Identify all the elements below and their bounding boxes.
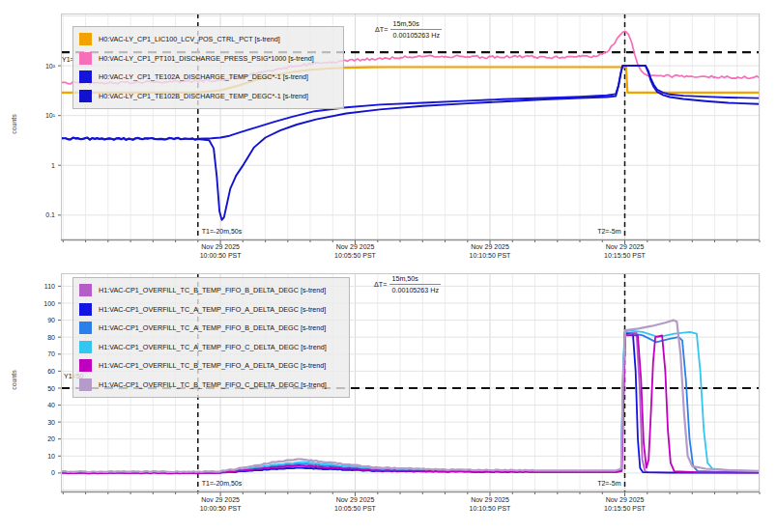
y-axis-title: counts	[11, 370, 17, 390]
legend-label: H1:VAC-CP1_OVERFILL_TC_B_TEMP_FIFO_B_DEL…	[99, 286, 326, 294]
delta-t-frequency: 0.00105263 Hz	[390, 30, 442, 40]
y-tick-label: 100	[2, 299, 55, 308]
t2-cursor-label[interactable]: T2=-5m	[563, 228, 621, 235]
y-tick-label: 20	[2, 434, 55, 443]
legend-item[interactable]: H1:VAC-CP1_OVERFILL_TC_A_TEMP_FIFO_B_DEL…	[79, 319, 343, 338]
legend-item[interactable]: H0:VAC-LY_CP1_TE102B_DISCHARGE_TEMP_DEGC…	[79, 87, 337, 106]
legend-swatch	[79, 90, 92, 102]
x-tick-label: Nov 29 2025 10:00:50 PST	[177, 496, 264, 513]
legend-label: H0:VAC-LY_CP1_LIC100_LCV_POS_CTRL_PCT [s…	[99, 35, 280, 43]
delta-t-annotation: ΔT= 15m,50s 0.00105263 Hz	[374, 274, 441, 294]
legend-swatch	[79, 303, 92, 316]
x-tick-label: Nov 29 2025 10:10:50 PST	[446, 496, 533, 513]
legend-swatch	[79, 341, 92, 353]
t1-cursor-label[interactable]: T1=-20m,50s	[202, 480, 242, 487]
legend-label: H1:VAC-CP1_OVERFILL_TC_B_TEMP_FIFO_C_DEL…	[99, 380, 327, 389]
legend-label: H0:VAC-LY_CP1_TE102A_DISCHARGE_TEMP_DEGC…	[99, 72, 308, 81]
legend-item[interactable]: H1:VAC-CP1_OVERFILL_TC_B_TEMP_FIFO_B_DEL…	[79, 281, 343, 300]
y-tick-label: 110	[2, 282, 55, 291]
legend-item[interactable]: H0:VAC-LY_CP1_LIC100_LCV_POS_CTRL_PCT [s…	[79, 30, 337, 49]
y-tick-label: 90	[2, 316, 55, 324]
legend-item[interactable]: H1:VAC-CP1_OVERFILL_TC_A_TEMP_FIFO_C_DEL…	[79, 338, 343, 357]
legend-item[interactable]: H1:VAC-CP1_OVERFILL_TC_A_TEMP_FIFO_A_DEL…	[79, 300, 343, 320]
legend-box[interactable]: H0:VAC-LY_CP1_LIC100_LCV_POS_CTRL_PCT [s…	[72, 26, 344, 109]
legend-label: H0:VAC-LY_CP1_PT101_DISCHARGE_PRESS_PSIG…	[99, 54, 314, 63]
y-tick-label: 80	[2, 333, 55, 342]
legend-label: H0:VAC-LY_CP1_TE102B_DISCHARGE_TEMP_DEGC…	[99, 92, 308, 100]
legend-item[interactable]: H1:VAC-CP1_OVERFILL_TC_B_TEMP_FIFO_A_DEL…	[79, 356, 343, 376]
x-tick-label: Nov 29 2025 10:05:50 PST	[312, 496, 399, 513]
y-tick-label: 30	[2, 418, 55, 427]
t2-cursor-label[interactable]: T2=-5m	[563, 480, 621, 487]
legend-label: H1:VAC-CP1_OVERFILL_TC_A_TEMP_FIFO_B_DEL…	[99, 323, 326, 332]
y-tick-label: 40	[2, 401, 55, 409]
delta-t-prefix: ΔT=	[375, 25, 388, 34]
t1-cursor-label[interactable]: T1=-20m,50s	[202, 228, 242, 235]
delta-t-annotation: ΔT= 15m,50s 0.00105263 Hz	[375, 19, 442, 40]
legend-item[interactable]: H0:VAC-LY_CP1_PT101_DISCHARGE_PRESS_PSIG…	[79, 49, 337, 69]
x-tick-label: Nov 29 2025 10:15:50 PST	[582, 496, 669, 513]
legend-item[interactable]: H1:VAC-CP1_OVERFILL_TC_B_TEMP_FIFO_C_DEL…	[79, 376, 343, 395]
y-tick-label: 10	[2, 452, 55, 461]
legend-box[interactable]: H1:VAC-CP1_OVERFILL_TC_B_TEMP_FIFO_B_DEL…	[72, 277, 350, 398]
delta-t-frequency: 0.00105263 Hz	[389, 285, 441, 294]
legend-swatch	[79, 70, 92, 83]
legend-label: H1:VAC-CP1_OVERFILL_TC_A_TEMP_FIFO_A_DEL…	[99, 305, 326, 314]
legend-item[interactable]: H0:VAC-LY_CP1_TE102A_DISCHARGE_TEMP_DEGC…	[79, 68, 337, 87]
delta-t-duration: 15m,50s	[389, 274, 441, 285]
legend-swatch	[79, 322, 92, 334]
legend-label: H1:VAC-CP1_OVERFILL_TC_B_TEMP_FIFO_A_DEL…	[99, 361, 326, 370]
legend-swatch	[79, 378, 92, 391]
legend-swatch	[79, 359, 92, 372]
legend-swatch	[79, 284, 92, 296]
legend-label: H1:VAC-CP1_OVERFILL_TC_A_TEMP_FIFO_C_DEL…	[99, 343, 327, 351]
delta-t-prefix: ΔT=	[374, 280, 387, 289]
trend-dashboard: { "page": {"background": "#ffffff"}, "ch…	[0, 0, 777, 532]
y-tick-label: 70	[2, 350, 55, 358]
y-tick-label: 0	[2, 468, 55, 477]
legend-swatch	[79, 52, 92, 65]
delta-t-duration: 15m,50s	[390, 19, 442, 30]
legend-swatch	[79, 33, 92, 45]
